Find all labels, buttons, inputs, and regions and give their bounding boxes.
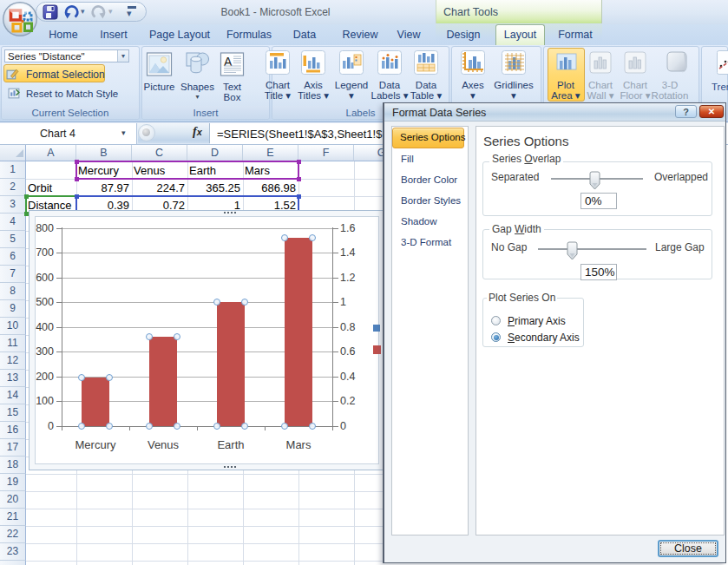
svg-text:A: A bbox=[224, 55, 233, 69]
